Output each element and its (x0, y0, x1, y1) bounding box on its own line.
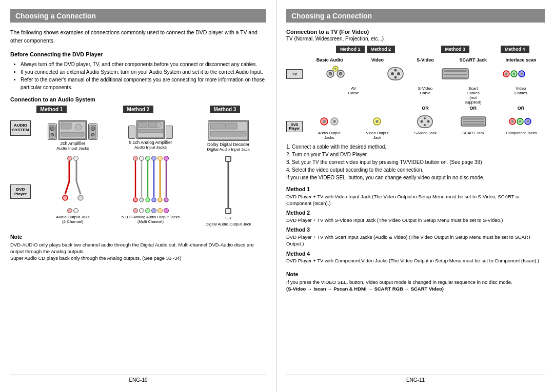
method3-device-label: Dolby Digital Decoder (207, 142, 249, 147)
tv-svideo-connector (385, 64, 406, 84)
svg-point-2 (51, 133, 54, 136)
svg-point-56 (513, 73, 516, 75)
method3-input-label: Digital Audio Input Jack (207, 147, 250, 152)
method1-device-label: 2ch Amplifier (61, 141, 86, 146)
right-page-num: ENG-11 (286, 375, 545, 383)
instr-4: 4. Select the video output according to … (286, 166, 545, 174)
svg-point-31 (133, 198, 137, 202)
digital-output-connector (225, 208, 231, 214)
bullet-3: Refer to the owner's manual of the addit… (21, 76, 266, 91)
amp-5ch (136, 120, 165, 139)
page-container: Choosing a Connection The following show… (0, 0, 554, 392)
dvd-audio-out: Audio Output Jacks (306, 113, 353, 140)
left-header: Choosing a Connection (10, 9, 266, 23)
svg-rect-17 (227, 123, 237, 129)
tv-component (486, 64, 545, 84)
method1-badge: Method 1 (36, 106, 67, 113)
tv-svideo (366, 64, 425, 84)
svg-point-75 (511, 120, 513, 123)
dvd-svideo-out: S-Video Jack (402, 113, 449, 140)
svideo-cable-label: S-VideoCable (401, 86, 449, 105)
right-note-section: Note If you press the VIDEO SEL. button,… (286, 271, 545, 293)
method1-input-rca (67, 156, 78, 161)
method1-title: Method 1 (286, 185, 545, 193)
svg-point-41 (339, 72, 342, 75)
right-page: Choosing a Connection Connection to a TV… (277, 0, 554, 392)
intro-text: The following shows examples of connecti… (10, 29, 266, 45)
dvd-audio-out-label: Audio Output (318, 131, 341, 135)
tv-scart-connector (441, 64, 469, 84)
tv-method1-badge: Method 1 (336, 46, 365, 53)
method2-desc: Method 2 DVD Player + TV with S-Video In… (286, 209, 545, 223)
tv-methods-row: Method 1 Method 2 Method 3 Method 4 (306, 46, 545, 56)
method1-input-label: Audio Input Jacks (56, 146, 89, 151)
cable-labels-row: AVCable S-VideoCable ScartCables(notsupp… (306, 86, 545, 105)
methods-header-row: Method 1 Method 2 Method 3 (10, 106, 266, 116)
method2-block: Method 2 (97, 106, 180, 116)
svg-point-1 (50, 127, 54, 131)
tv-sub: TV (Normal, Widescreen, Projection, etc.… (286, 36, 545, 42)
dvd-row: DVDPlayer Audio Output Jacks (286, 113, 545, 140)
method2-input-rca (133, 156, 169, 161)
method4-desc: Method 4 DVD Player + TV with Component … (286, 250, 545, 264)
svg-point-48 (394, 76, 397, 79)
svg-point-47 (394, 69, 397, 72)
audio-system-label: AUDIOSYSTEM (10, 120, 31, 136)
dvd-connectors-row: Audio Output Jacks Video Output Jack (306, 113, 545, 140)
svg-rect-72 (463, 121, 484, 122)
method1-dvd-label: Audio Output Jaks (56, 215, 89, 219)
method2-dvd-sub: (Multi Channel) (137, 219, 164, 224)
svg-point-46 (397, 72, 400, 75)
svg-rect-50 (444, 70, 467, 72)
svg-point-62 (333, 120, 336, 123)
dvd-rca-connector (316, 113, 342, 131)
col-video: Video (353, 57, 401, 63)
svg-rect-11 (138, 122, 147, 128)
bullet-2: If you connected an external Audio Syste… (21, 68, 266, 76)
svg-line-21 (65, 181, 69, 194)
method3-text: DVD Player + TV with Scart Input Jacks (… (286, 234, 545, 247)
svg-rect-18 (210, 131, 246, 136)
svg-rect-51 (444, 74, 467, 75)
method1-dvd-sub: (2 Channel) (62, 219, 84, 224)
method3-title: Method 3 (286, 226, 545, 234)
spk-fl (128, 126, 135, 139)
dvd-scart-label: SCART Jack (462, 131, 484, 135)
method2-device-col: 5.1ch Analog Amplifier Audio Input Jacks (113, 120, 189, 152)
right-note-bold: (S-Video → Iscan → Pscan & HDMI → SCART … (286, 285, 545, 292)
tv-label: TV (286, 69, 303, 79)
speaker-right (88, 123, 97, 140)
method2-device-label: 5.1ch Analog Amplifier (129, 140, 172, 145)
rca-out-white (73, 208, 78, 213)
method3-badge: Method 3 (210, 106, 241, 113)
svg-rect-71 (463, 118, 484, 120)
method2-badge: Method 2 (123, 106, 154, 113)
svg-point-39 (329, 72, 332, 75)
dvd-video-out: Video Output Jack (354, 113, 401, 140)
method1-block: Method 1 (10, 106, 93, 116)
col-interlace: Interlace scan (497, 57, 545, 63)
tv-connectors-row (306, 64, 545, 84)
note-2: Super Audio CD plays back only through t… (10, 255, 266, 261)
svg-point-34 (152, 198, 156, 202)
speaker-left (48, 123, 57, 140)
svg-point-9 (91, 133, 94, 136)
scart-cable-label: ScartCables(notsupplied) (449, 86, 497, 105)
method1-output-rca (67, 208, 78, 213)
svg-point-24 (78, 195, 83, 200)
svg-rect-52 (444, 77, 467, 79)
svg-point-64 (375, 120, 379, 123)
tv-scart (426, 64, 485, 84)
amp-2ch (58, 120, 87, 140)
dvd-row-label-container: DVDPlayer (286, 121, 306, 132)
method2-cable-svg (130, 161, 171, 212)
method3-desc: Method 3 DVD Player + TV with Scart Inpu… (286, 226, 545, 247)
rca-out-red (67, 208, 72, 213)
dvd-component-out: Component Jacks (498, 113, 545, 140)
svg-point-35 (158, 198, 162, 202)
instr-2: 2. Turn on your TV and DVD Player. (286, 151, 545, 158)
tv-method2-badge: Method 2 (367, 46, 395, 53)
method2-dvd-label: 5.1CH Analog Audio Output Jacks (122, 215, 180, 219)
method4-text: DVD Player + TV with Component Video Jac… (286, 257, 545, 264)
dvd-label: DVDPlayer (286, 121, 303, 132)
